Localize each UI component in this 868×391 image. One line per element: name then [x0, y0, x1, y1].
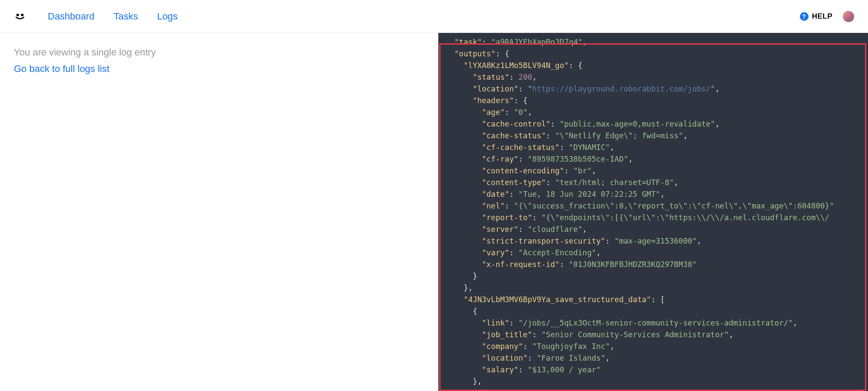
nav-tasks[interactable]: Tasks	[114, 11, 138, 22]
log-output-code: "task": "a9RAJYEbXapBo3D7q4", "outputs":…	[438, 33, 868, 391]
left-panel: You are viewing a single log entry Go ba…	[0, 33, 438, 391]
help-icon: ?	[800, 12, 809, 21]
back-to-logs-link[interactable]: Go back to full logs list	[14, 63, 109, 74]
page-subtitle: You are viewing a single log entry	[14, 47, 424, 58]
nav-dashboard[interactable]: Dashboard	[48, 11, 95, 22]
main-nav: Dashboard Tasks Logs	[48, 11, 178, 22]
code-panel: "task": "a9RAJYEbXapBo3D7q4", "outputs":…	[438, 33, 868, 391]
help-label: HELP	[812, 12, 832, 21]
help-button[interactable]: ? HELP	[800, 12, 832, 21]
main-content: You are viewing a single log entry Go ba…	[0, 33, 868, 391]
location-url[interactable]: https://playground.roborabbit.com/jobs/	[532, 85, 710, 93]
top-header: Dashboard Tasks Logs ? HELP	[0, 0, 868, 33]
svg-point-1	[21, 13, 23, 16]
header-right: ? HELP	[800, 11, 854, 22]
user-avatar[interactable]	[843, 11, 854, 22]
svg-point-0	[16, 13, 19, 16]
nav-logs[interactable]: Logs	[157, 11, 178, 22]
app-logo[interactable]	[14, 10, 26, 23]
